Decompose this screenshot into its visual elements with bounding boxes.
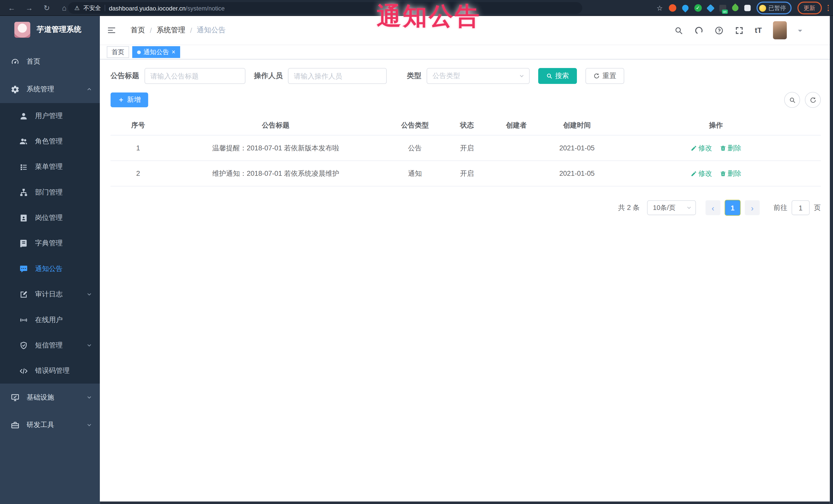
profile-paused-pill[interactable]: 已暂停 [756,2,791,15]
badge-icon [19,213,28,222]
devtools-icon [10,421,20,430]
insecure-label: 不安全 [84,4,101,12]
title-filter-input[interactable] [144,68,245,84]
table-cell: 温馨提醒：2018-07-01 若依新版本发布啦 [166,143,386,153]
edit-link[interactable]: 修改 [690,169,712,178]
font-size-icon[interactable]: tT [755,26,762,34]
menu-list-icon [19,162,28,171]
sidebar-item-infrastructure[interactable]: 基础设施 [0,384,100,411]
online-users-icon [19,315,28,325]
reset-button[interactable]: 重置 [585,68,624,84]
github-icon[interactable] [694,26,703,34]
prev-page-button[interactable]: ‹ [706,200,720,215]
browser-update-button[interactable]: 更新 [797,2,822,15]
refresh-icon [809,96,816,103]
page-size-value: 10条/页 [653,203,684,212]
operator-filter-input[interactable] [288,68,387,84]
delete-link[interactable]: 删除 [719,169,741,178]
vertical-scrollbar[interactable] [830,16,833,504]
leaf-extension-icon[interactable] [731,3,740,12]
table-actions-cell: 修改删除 [611,143,821,153]
chevron-down-icon [519,73,525,79]
sidebar-item-dept-management[interactable]: 部门管理 [0,179,100,205]
logo-rabbit-avatar [15,22,30,38]
current-page-button[interactable]: 1 [725,200,740,215]
paused-label: 已暂停 [768,4,786,12]
delete-link-label: 删除 [728,169,741,178]
chevron-down-icon [86,422,92,428]
goto-page-input[interactable] [792,200,810,215]
extensions-puzzle-icon[interactable] [744,5,751,11]
home-icon[interactable]: ⌂ [60,4,69,12]
sidebar-item-label: 角色管理 [35,137,93,146]
user-avatar[interactable] [773,21,787,39]
close-icon[interactable]: × [172,49,175,55]
sidebar-item-label: 通知公告 [35,264,93,273]
browser-chrome-bar: ← → ↻ ⌂ ⚠ 不安全 dashboard.yudao.iocoder.cn… [0,0,833,16]
refresh-table-button[interactable] [805,92,821,108]
fullscreen-icon[interactable] [735,26,744,34]
trash-icon [719,170,726,176]
sidebar-item-sms-management[interactable]: 短信管理 [0,333,100,358]
table-header-cell: 公告类型 [386,120,444,130]
sidebar-item-online-users[interactable]: 在线用户 [0,307,100,333]
sidebar-item-home[interactable]: 首页 [0,48,100,75]
sidebar-item-user-management[interactable]: 用户管理 [0,103,100,128]
proxy-on-badge: on [722,9,728,14]
tab-home[interactable]: 首页 [107,46,129,58]
back-icon[interactable]: ← [7,4,16,12]
reset-button-icon [593,73,600,79]
sidebar-item-post-management[interactable]: 岗位管理 [0,205,100,231]
reload-icon[interactable]: ↻ [43,4,51,12]
breadcrumb-item: 通知公告 [197,25,225,35]
bookmark-star-icon[interactable]: ☆ [657,4,663,12]
sidebar-item-system-management[interactable]: 系统管理 [0,75,100,103]
page-size-select[interactable]: 10条/页 [647,200,696,215]
warning-icon[interactable]: ⚠ [74,5,79,11]
help-icon[interactable] [714,26,723,34]
sidebar-item-notice[interactable]: 通知公告 [0,256,100,282]
sidebar-item-label: 在线用户 [35,315,93,325]
sidebar-item-dev-tools[interactable]: 研发工具 [0,411,100,439]
sidebar-item-audit-log[interactable]: 审计日志 [0,282,100,307]
gem-extension-icon[interactable] [706,4,714,12]
sidebar-item-role-management[interactable]: 角色管理 [0,128,100,154]
chevron-down-icon [86,291,92,297]
delete-link[interactable]: 删除 [719,143,741,153]
chevron-down-icon [86,342,92,349]
edit-link-label: 修改 [698,169,712,178]
tab-notice[interactable]: 通知公告× [132,46,180,58]
org-tree-icon [19,188,28,197]
url-path: /system/notice [186,5,224,12]
adblock-extension-icon[interactable] [668,4,676,12]
table-header-cell: 创建时间 [543,120,611,130]
toggle-search-button[interactable] [784,92,800,108]
search-icon[interactable] [674,26,683,34]
forward-icon[interactable]: → [25,4,33,12]
page-unit-label: 页 [814,203,821,213]
next-page-button[interactable]: › [745,200,760,215]
edit-link[interactable]: 修改 [690,143,712,153]
proxy-extension-icon[interactable]: on [719,5,726,11]
pin-extension-icon[interactable] [681,3,690,12]
type-select[interactable]: 公告类型 [427,68,530,84]
breadcrumb-item[interactable]: 系统管理 [157,25,185,35]
browser-menu-icon[interactable] [827,5,829,11]
sidebar-item-dict-management[interactable]: 字典管理 [0,231,100,256]
green-check-extension-icon[interactable]: ✓ [694,4,701,12]
breadcrumb-item[interactable]: 首页 [130,25,145,35]
shield-icon [19,341,28,350]
sidebar-item-error-code-management[interactable]: 错误码管理 [0,358,100,383]
search-button[interactable]: 搜索 [538,68,577,84]
sidebar-item-label: 菜单管理 [35,162,93,171]
sidebar-item-menu-management[interactable]: 菜单管理 [0,154,100,179]
logo-row: 芋道管理系统 [0,16,100,44]
sidebar-collapse-icon[interactable] [107,25,116,35]
breadcrumb-separator: / [150,26,152,34]
add-button[interactable]: 新增 [111,92,148,107]
horizontal-scrollbar[interactable] [100,501,830,504]
sidebar-item-label: 字典管理 [35,239,93,248]
address-bar[interactable]: ⚠ 不安全 dashboard.yudao.iocoder.cn/system/… [68,2,582,14]
navbar-actions: tT [674,21,802,39]
avatar-caret-down-icon[interactable] [798,30,802,34]
